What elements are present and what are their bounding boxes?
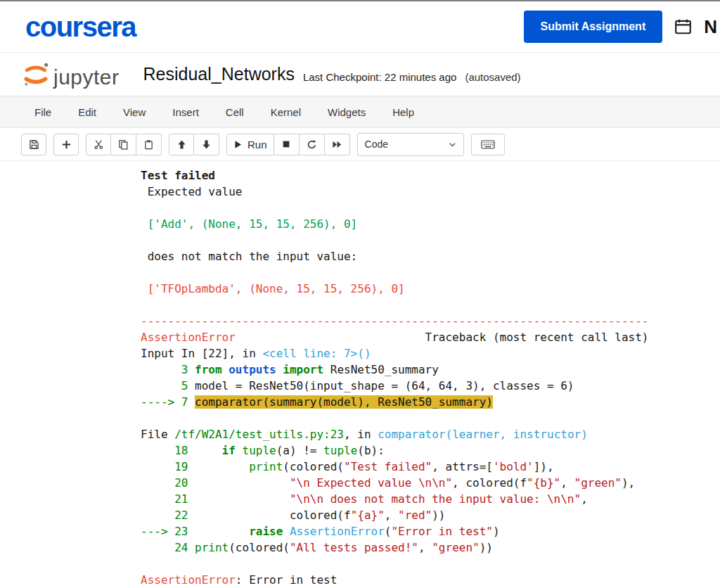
code-line	[141, 264, 720, 281]
code-line	[141, 410, 720, 426]
code-line	[141, 200, 720, 216]
chevron-down-icon	[449, 141, 456, 148]
menu-bar: File Edit View Insert Cell Kernel Widget…	[0, 96, 720, 128]
code-line: File /tf/W2A1/test_utils.py:23, in compa…	[141, 426, 720, 442]
menu-widgets[interactable]: Widgets	[314, 98, 379, 127]
traceback: Test failed Expected value ['Add', (None…	[0, 161, 720, 588]
autosave-status: (autosaved)	[465, 65, 520, 83]
code-line: 18 if tuple(a) != tuple(b):	[141, 442, 720, 459]
coursera-topbar: coursera Submit Assignment N	[0, 1, 720, 53]
code-line	[141, 556, 720, 572]
partner-initial: N	[704, 16, 717, 38]
code-line: Expected value	[141, 184, 720, 200]
move-down-button[interactable]	[194, 134, 219, 155]
run-button[interactable]: Run	[226, 134, 274, 155]
paste-icon	[143, 139, 154, 150]
notebook-title[interactable]: Residual_Networks	[143, 64, 295, 84]
code-line: 22 colored(f"{a}", "red"))	[141, 507, 720, 523]
menu-cell[interactable]: Cell	[212, 98, 257, 127]
code-line: Input In [22], in <cell line: 7>()	[141, 345, 720, 362]
submit-assignment-button[interactable]: Submit Assignment	[524, 11, 663, 43]
paste-button[interactable]	[136, 134, 162, 155]
copy-icon	[118, 139, 129, 150]
restart-run-all-icon	[332, 139, 342, 150]
code-line: ['Add', (None, 15, 15, 256), 0]	[141, 216, 720, 232]
code-line: ----------------------------------------…	[141, 313, 720, 329]
command-palette-button[interactable]	[471, 134, 505, 155]
calendar-icon[interactable]	[674, 18, 693, 36]
run-button-label: Run	[248, 139, 267, 151]
move-up-button[interactable]	[169, 134, 194, 155]
jupyter-logo-text: jupyter	[53, 65, 120, 89]
add-cell-button[interactable]	[53, 134, 79, 155]
restart-run-all-button[interactable]	[325, 134, 350, 155]
toolbar: Run Code	[0, 128, 720, 161]
code-line	[141, 232, 720, 248]
menu-kernel[interactable]: Kernel	[257, 98, 314, 127]
code-line: 21 "\n\n does not match the input value:…	[141, 491, 720, 507]
jupyter-logo-icon	[21, 60, 51, 89]
restart-icon	[307, 139, 317, 150]
restart-kernel-button[interactable]	[300, 134, 325, 155]
save-icon	[29, 139, 39, 150]
move-up-icon	[176, 139, 187, 150]
code-line: AssertionError Traceback (most recent ca…	[141, 329, 720, 345]
code-line: ----> 7 comparator(summary(model), ResNe…	[141, 394, 720, 410]
copy-button[interactable]	[111, 134, 136, 155]
stop-icon	[281, 139, 291, 149]
menu-insert[interactable]: Insert	[159, 98, 212, 127]
code-line: 24 print(colored("All tests passed!", "g…	[141, 539, 720, 556]
notebook-content: Test failed Expected value ['Add', (None…	[0, 161, 720, 588]
topbar-right: Submit Assignment N	[524, 11, 720, 43]
cut-icon	[94, 139, 104, 150]
save-button[interactable]	[21, 134, 46, 155]
move-down-icon	[201, 139, 212, 150]
jupyter-logo[interactable]: jupyter	[21, 60, 120, 89]
code-line: 19 print(colored("Test failed", attrs=['…	[141, 459, 720, 475]
code-line: 5 model = ResNet50(input_shape = (64, 64…	[141, 378, 720, 394]
code-line: AssertionError: Error in test	[141, 572, 720, 588]
code-line: ['TFOpLambda', (None, 15, 15, 256), 0]	[141, 281, 720, 297]
run-icon	[233, 140, 243, 149]
menu-file[interactable]: File	[21, 98, 65, 127]
add-cell-icon	[61, 139, 72, 150]
interrupt-kernel-button[interactable]	[274, 134, 300, 155]
code-line: does not match the input value:	[141, 248, 720, 264]
keyboard-icon	[481, 139, 495, 150]
menu-view[interactable]: View	[110, 98, 159, 127]
coursera-logo[interactable]: coursera	[25, 11, 136, 43]
code-line	[141, 297, 720, 313]
notebook-header: jupyter Residual_Networks Last Checkpoin…	[0, 53, 720, 96]
code-line: Test failed	[141, 167, 720, 184]
code-line: 3 from outputs import ResNet50_summary	[141, 362, 720, 378]
cell-type-selected: Code	[365, 139, 388, 150]
menu-help[interactable]: Help	[379, 98, 428, 127]
checkpoint-status: Last Checkpoint: 22 minutes ago	[303, 65, 456, 83]
cut-button[interactable]	[86, 134, 111, 155]
menu-edit[interactable]: Edit	[65, 98, 110, 127]
code-line: 20 "\n Expected value \n\n", colored(f"{…	[141, 475, 720, 491]
cell-type-select[interactable]: Code	[357, 133, 464, 156]
code-line: ---> 23 raise AssertionError("Error in t…	[141, 523, 720, 539]
